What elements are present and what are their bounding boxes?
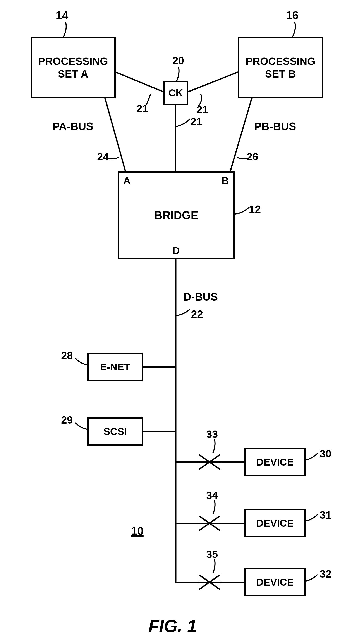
ref-30: 30 bbox=[320, 448, 331, 460]
enet-block: E-NET bbox=[87, 353, 143, 381]
valve-icon-2 bbox=[199, 516, 220, 531]
valve-icon-3 bbox=[199, 574, 220, 590]
ref-14: 14 bbox=[56, 9, 68, 22]
d-bus-label: D-BUS bbox=[183, 290, 218, 303]
ref-21-right: 21 bbox=[196, 104, 208, 116]
svg-marker-15 bbox=[199, 574, 210, 590]
svg-line-2 bbox=[116, 72, 163, 92]
ref-32: 32 bbox=[320, 568, 331, 580]
ref-26: 26 bbox=[247, 151, 258, 163]
valve1-to-device1 bbox=[220, 461, 244, 463]
ref-10: 10 bbox=[131, 524, 144, 538]
svg-marker-16 bbox=[210, 574, 220, 590]
scsi-block: SCSI bbox=[87, 417, 143, 446]
processing-set-b-block: PROCESSING SET B bbox=[238, 37, 323, 98]
ref-12: 12 bbox=[249, 203, 261, 216]
valve3-to-device3 bbox=[220, 582, 244, 583]
svg-line-3 bbox=[188, 72, 238, 92]
device-block-1: DEVICE bbox=[244, 448, 306, 476]
svg-marker-11 bbox=[199, 454, 210, 470]
ref-33: 33 bbox=[206, 428, 218, 440]
bridge-port-d: D bbox=[172, 245, 180, 256]
bridge-port-a: A bbox=[123, 175, 130, 186]
svg-marker-12 bbox=[210, 454, 220, 470]
pa-bus-label: PA-BUS bbox=[52, 120, 93, 133]
ref-29: 29 bbox=[61, 414, 73, 426]
bridge-port-b: B bbox=[222, 175, 229, 186]
ref-16: 16 bbox=[286, 9, 299, 22]
svg-marker-14 bbox=[210, 516, 220, 531]
device-block-3: DEVICE bbox=[244, 568, 306, 596]
ref-21-center: 21 bbox=[190, 116, 202, 128]
ref-35: 35 bbox=[206, 548, 218, 560]
ref-31: 31 bbox=[320, 509, 331, 521]
svg-marker-13 bbox=[199, 516, 210, 531]
ref-20: 20 bbox=[172, 54, 184, 67]
ref-24: 24 bbox=[97, 151, 109, 163]
pb-bus-label: PB-BUS bbox=[254, 120, 296, 133]
ref-28: 28 bbox=[61, 350, 73, 362]
ref-21-left: 21 bbox=[136, 103, 148, 115]
valve-icon-1 bbox=[199, 454, 220, 470]
ref-34: 34 bbox=[206, 489, 218, 501]
ref-22: 22 bbox=[191, 308, 203, 321]
processing-set-a-block: PROCESSING SET A bbox=[30, 37, 116, 98]
valve2-to-device2 bbox=[220, 522, 244, 524]
device-block-2: DEVICE bbox=[244, 509, 306, 538]
ck-block: CK bbox=[163, 81, 188, 105]
figure-title: FIG. 1 bbox=[148, 616, 197, 636]
